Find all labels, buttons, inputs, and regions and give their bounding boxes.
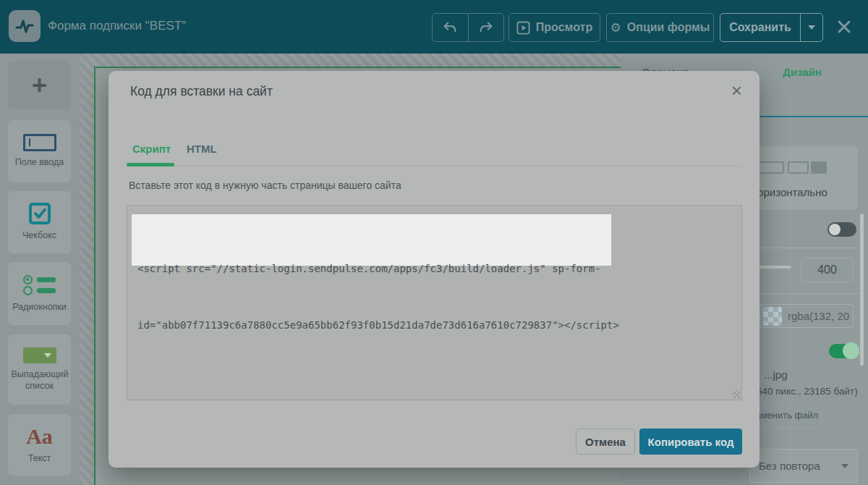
toolbox-item-checkbox[interactable]: Чекбокс [8,191,71,253]
toolbox-item-text[interactable]: Aa Текст [8,414,71,476]
input-field-icon [23,134,56,151]
save-dropdown-button[interactable] [800,14,822,41]
preview-label: Просмотр [536,21,592,34]
gear-icon: ⚙ [610,22,621,34]
embed-code-modal: Код для вставки на сайт × Скрипт HTML Вс… [109,71,760,468]
modal-instruction: Вставьте этот код в нужную часть страниц… [129,180,401,191]
tab-html[interactable]: HTML [187,143,217,155]
text-icon: Aa [26,426,53,447]
alignment-option-2[interactable] [788,161,809,174]
play-icon [516,21,530,35]
background-file-info: 540 пикс., 23185 байт) [757,386,858,397]
tab-script[interactable]: Скрипт [132,143,171,155]
add-element-tile[interactable]: + [8,61,71,109]
code-selection: <script src="//static-login.sendpulse.co… [132,214,611,266]
toggle-knob [843,342,859,359]
plus-icon: + [32,70,47,101]
redo-button[interactable] [468,14,504,41]
app-window: Форма подписки "BEST" Просмотр [0,0,868,485]
save-button[interactable]: Сохранить [720,14,800,41]
toolbox-item-label: Чекбокс [22,230,56,242]
editor-close-button[interactable] [833,16,855,38]
toggle-knob [829,224,841,235]
close-icon [833,16,855,38]
chevron-down-icon [841,464,848,468]
modal-title: Код для вставки на сайт [130,84,273,99]
page-title: Форма подписки "BEST" [48,19,186,33]
checkbox-icon [29,203,51,224]
active-tab-underline [127,163,174,166]
toolbox-item-input[interactable]: Поле ввода [8,120,71,182]
color-value: rgba(132, 20 [788,310,849,322]
undo-icon [442,20,458,35]
width-input[interactable]: 400 [801,258,854,282]
top-bar: Форма подписки "BEST" Просмотр [0,0,868,54]
code-line-2: id="abb07f71139c6a7880cc5e9a65bb62f93f0b… [137,316,605,334]
embed-code-textarea[interactable]: <script src="//static-login.sendpulse.co… [127,205,742,400]
tabs-divider [127,166,741,166]
toolbox-item-label: Выпадающий список [12,369,68,392]
toolbox-item-dropdown[interactable]: Выпадающий список [8,334,71,405]
alignment-option-3[interactable] [811,161,827,174]
save-button-group: Сохранить [720,13,823,42]
color-input[interactable]: rgba(132, 20 [760,304,854,328]
undo-redo-group [432,13,504,42]
toolbox-item-radio[interactable]: Радиокнопки [8,262,71,325]
code-line-1: <script src="//static-login.sendpulse.co… [137,259,605,278]
form-options-button[interactable]: ⚙ Опции формы [606,13,714,42]
background-file-name: ...jpg [764,368,788,381]
toggle-on[interactable] [829,344,858,358]
repeat-select-value: Без повтора [759,460,835,472]
repeat-select[interactable]: Без повтора [749,449,858,483]
options-label: Опции формы [627,21,710,34]
toolbox-sidebar: + Поле ввода Чекбокс Радиокнопки Выпадаю… [0,54,80,485]
chevron-down-icon [808,25,815,30]
dropdown-icon [23,347,56,363]
toolbox-item-label: Поле ввода [15,157,64,169]
color-swatch [763,307,782,326]
modal-close-icon[interactable]: × [731,80,742,102]
embed-code-text: <script src="//static-login.sendpulse.co… [132,214,611,379]
undo-button[interactable] [433,14,468,41]
radio-buttons-icon [23,274,56,296]
tab-design[interactable]: Дизайн [783,66,822,78]
orientation-label: Горизонтально [752,186,827,198]
pulse-icon [14,15,35,37]
resize-handle[interactable] [733,391,740,398]
cancel-button[interactable]: Отмена [576,429,635,455]
selection-border-horizontal [94,67,621,68]
selection-border-vertical [94,67,95,485]
copy-code-button[interactable]: Копировать код [639,429,742,455]
toolbox-item-label: Радиокнопки [12,302,67,313]
preview-button[interactable]: Просмотр [509,13,600,42]
redo-icon [478,20,494,35]
app-logo[interactable] [9,10,41,42]
toggle-off[interactable] [827,222,856,237]
toolbox-item-label: Текст [28,453,51,465]
panel-scrollbar[interactable] [860,214,864,366]
